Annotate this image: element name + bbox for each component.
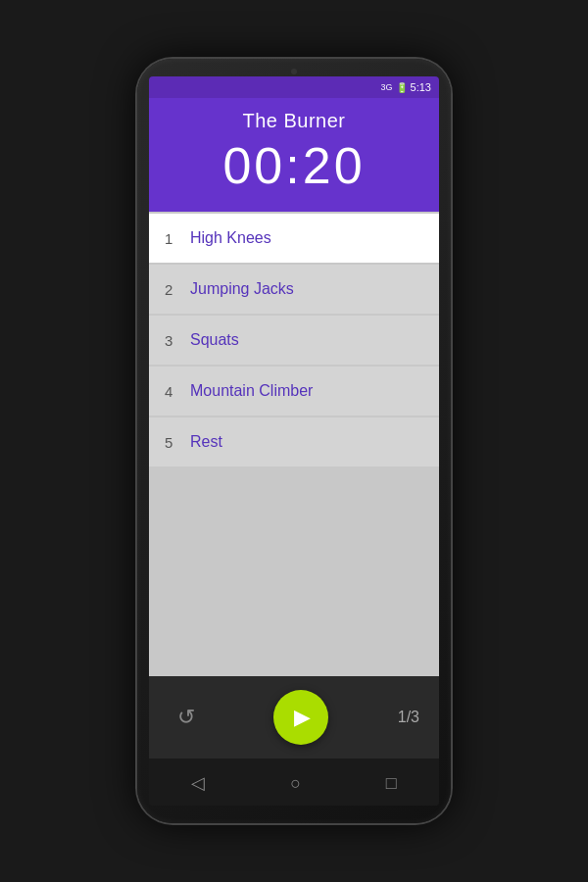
workout-title: The Burner — [242, 110, 345, 132]
camera — [291, 69, 297, 74]
exercise-number-4: 4 — [165, 383, 178, 400]
workout-header: The Burner 00:20 — [149, 98, 439, 212]
play-icon: ▶ — [294, 705, 311, 730]
exercise-item-4[interactable]: 4 Mountain Climber — [149, 367, 439, 416]
nav-recent-button[interactable]: □ — [370, 769, 413, 798]
exercise-name-1: High Knees — [190, 229, 271, 247]
nav-home-button[interactable]: ○ — [274, 769, 317, 798]
exercise-name-4: Mountain Climber — [190, 382, 313, 400]
exercise-list: 1 High Knees 2 Jumping Jacks 3 Squats 4 … — [149, 212, 439, 676]
restart-icon: ↺ — [177, 705, 195, 730]
exercise-number-3: 3 — [165, 332, 178, 349]
exercise-item-5[interactable]: 5 Rest — [149, 417, 439, 466]
exercise-number-5: 5 — [165, 434, 178, 451]
device-frame: 3G 🔋 5:13 The Burner 00:20 1 High Knees … — [137, 59, 451, 823]
exercise-item-2[interactable]: 2 Jumping Jacks — [149, 265, 439, 314]
exercise-name-5: Rest — [190, 433, 222, 451]
exercise-name-3: Squats — [190, 331, 239, 349]
nav-bar: ◁ ○ □ — [149, 759, 439, 806]
nav-back-button[interactable]: ◁ — [175, 768, 220, 798]
exercise-item-3[interactable]: 3 Squats — [149, 316, 439, 365]
timer-display: 00:20 — [222, 138, 365, 194]
battery-icon: 🔋 — [396, 82, 408, 93]
exercise-item-1[interactable]: 1 High Knees — [149, 214, 439, 263]
round-counter: 1/3 — [398, 709, 419, 726]
status-icons: 3G 🔋 5:13 — [381, 81, 431, 93]
exercise-number-1: 1 — [165, 230, 178, 247]
status-bar: 3G 🔋 5:13 — [149, 76, 439, 98]
device-screen: 3G 🔋 5:13 The Burner 00:20 1 High Knees … — [149, 76, 439, 806]
status-time: 5:13 — [411, 81, 431, 93]
signal-icon: 3G — [381, 82, 393, 92]
exercise-name-2: Jumping Jacks — [190, 280, 294, 298]
controls-bar: ↺ ▶ 1/3 — [149, 676, 439, 759]
exercise-number-2: 2 — [165, 281, 178, 298]
restart-button[interactable]: ↺ — [169, 700, 204, 735]
play-button[interactable]: ▶ — [273, 690, 328, 745]
